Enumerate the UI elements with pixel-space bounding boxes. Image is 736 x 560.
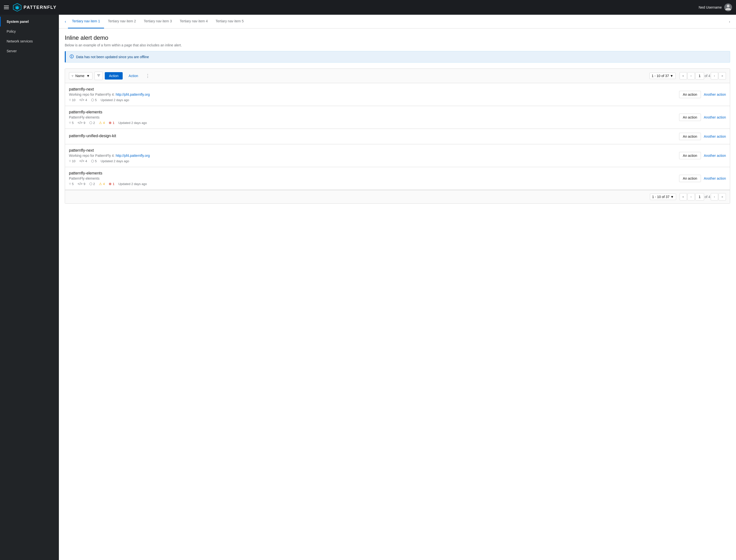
content-area: ‹ Tertiary nav item 1 Tertiary nav item …	[59, 15, 736, 560]
username-label: Ned Username	[699, 5, 722, 9]
fork-icon: ⑂	[69, 98, 71, 102]
stat-code: </> 9	[78, 182, 85, 186]
box-icon: ⬡	[91, 98, 94, 102]
sidebar-item-policy[interactable]: Policy	[0, 27, 59, 36]
sort-icon	[97, 73, 101, 77]
pagination-dropdown-icon: ▼	[670, 74, 673, 78]
item-title: patternfly-elements	[69, 110, 679, 114]
warning-icon: ⚠	[99, 182, 102, 186]
sidebar: System panel Policy Network services Ser…	[0, 15, 59, 560]
pagination-next-button[interactable]: ›	[711, 72, 718, 80]
fork-icon: ⑂	[69, 159, 71, 163]
pagination-page-input-bottom[interactable]	[695, 193, 704, 200]
stat-code: </> 9	[78, 121, 85, 125]
item-updated: Updated 2 days ago	[118, 182, 147, 186]
item-content: patternfly-elements PatternFly elements …	[69, 110, 679, 125]
pagination-next-button-bottom[interactable]: ›	[711, 193, 718, 200]
item-title: patternfly-elements	[69, 171, 679, 175]
tertiary-nav-item-2[interactable]: Tertiary nav item 2	[104, 15, 140, 28]
item-content: patternfly-next Working repo for Pattern…	[69, 87, 679, 102]
pagination-last-button-bottom[interactable]: »	[719, 193, 726, 200]
stat-fork: ⑂ 5	[69, 182, 74, 186]
patternfly-logo-icon	[13, 3, 22, 12]
pagination-count-dropdown-bottom[interactable]: 1 - 10 of 37 ▼	[650, 194, 676, 200]
sidebar-item-system-panel[interactable]: System panel	[0, 17, 59, 27]
main-layout: System panel Policy Network services Ser…	[0, 15, 736, 560]
item-action-button[interactable]: An action	[679, 175, 701, 182]
item-content: patternfly-elements PatternFly elements …	[69, 171, 679, 186]
pagination-nav-bottom: « ‹ of 4 › »	[680, 193, 726, 200]
tertiary-nav-item-3[interactable]: Tertiary nav item 3	[140, 15, 176, 28]
tertiary-nav-item-5[interactable]: Tertiary nav item 5	[212, 15, 248, 28]
stat-fork: ⑂ 5	[69, 121, 74, 125]
tertiary-nav-arrow-left[interactable]: ‹	[65, 19, 66, 24]
pagination-prev-button-bottom[interactable]: ‹	[687, 193, 695, 200]
error-icon: ⊗	[109, 182, 112, 186]
error-icon: ⊗	[109, 121, 112, 125]
toolbar: ▿ Name ▼ Action Action ⋮	[65, 69, 730, 83]
logo-text: PATTERNFLY	[24, 5, 57, 10]
stat-box: ⬡ 2	[89, 121, 95, 125]
filter-button[interactable]: ▿ Name ▼	[69, 72, 93, 80]
inline-alert: ⓘ Data has not been updated since you ar…	[65, 51, 730, 63]
stat-fork: ⑂ 10	[69, 159, 75, 163]
item-link[interactable]: http://pf4.patternfly.org	[116, 93, 150, 96]
item-another-action-link[interactable]: Another action	[704, 133, 726, 140]
sort-button[interactable]	[94, 72, 103, 80]
item-another-action-link[interactable]: Another action	[704, 114, 726, 121]
pagination-last-button[interactable]: »	[719, 72, 726, 80]
filter-icon: ▿	[72, 74, 73, 78]
item-updated: Updated 2 days ago	[101, 98, 129, 102]
item-description: PatternFly elements	[69, 176, 679, 180]
pagination-page-input-top[interactable]	[695, 72, 704, 80]
item-actions: An action Another action	[679, 91, 726, 98]
warning-icon: ⚠	[99, 121, 102, 125]
item-title: patternfly-unified-design-kit	[69, 134, 679, 138]
item-actions: An action Another action	[679, 152, 726, 159]
item-another-action-link[interactable]: Another action	[704, 175, 726, 182]
avatar[interactable]	[724, 3, 732, 11]
pagination-info-bottom: 1 - 10 of 37 ▼	[650, 194, 676, 200]
code-icon: </>	[78, 121, 82, 125]
tertiary-nav-item-4[interactable]: Tertiary nav item 4	[176, 15, 212, 28]
action-primary-button[interactable]: Action	[105, 72, 123, 80]
sidebar-item-network-services[interactable]: Network services	[0, 36, 59, 46]
item-stats: ⑂ 10 </> 4 ⬡ 5 Updated 2 days a	[69, 159, 679, 163]
pagination-first-button-bottom[interactable]: «	[680, 193, 687, 200]
item-action-button[interactable]: An action	[679, 133, 701, 140]
tertiary-nav: ‹ Tertiary nav item 1 Tertiary nav item …	[59, 15, 736, 28]
item-title: patternfly-next	[69, 87, 679, 92]
code-icon: </>	[79, 98, 84, 102]
item-link[interactable]: http://pf4.patternfly.org	[116, 154, 150, 158]
pagination-prev-button[interactable]: ‹	[687, 72, 695, 80]
item-another-action-link[interactable]: Another action	[704, 152, 726, 159]
box-icon: ⬡	[91, 159, 94, 163]
item-action-button[interactable]: An action	[679, 152, 701, 159]
stat-error: ⊗ 1	[109, 182, 114, 186]
pagination-text-top: 1 - 10 of 37	[652, 74, 669, 78]
item-another-action-link[interactable]: Another action	[704, 91, 726, 98]
pagination-dropdown-icon-bottom: ▼	[670, 195, 674, 199]
pagination-of-bottom: of 4	[705, 195, 710, 199]
box-icon: ⬡	[89, 182, 92, 186]
hamburger-menu[interactable]	[4, 6, 9, 9]
box-icon: ⬡	[89, 121, 92, 125]
data-list-container: ▿ Name ▼ Action Action ⋮	[65, 68, 730, 204]
item-stats: ⑂ 5 </> 9 ⬡ 2	[69, 121, 679, 125]
kebab-menu-button[interactable]: ⋮	[144, 72, 151, 80]
sidebar-item-server[interactable]: Server	[0, 46, 59, 56]
tertiary-nav-item-1[interactable]: Tertiary nav item 1	[68, 15, 104, 28]
top-navigation: PATTERNFLY Ned Username	[0, 0, 736, 15]
item-title: patternfly-next	[69, 148, 679, 153]
pagination-nav-top: « ‹ of 4 › »	[680, 72, 726, 80]
pagination-first-button[interactable]: «	[680, 72, 687, 80]
item-action-button[interactable]: An action	[679, 91, 701, 98]
stat-warning: ⚠ 4	[99, 182, 105, 186]
pagination-count-dropdown[interactable]: 1 - 10 of 37 ▼	[649, 73, 676, 79]
item-action-button[interactable]: An action	[679, 114, 701, 121]
page-subtitle: Below is an example of a form within a p…	[65, 43, 730, 47]
action-link-button[interactable]: Action	[125, 72, 142, 79]
tertiary-nav-arrow-right[interactable]: ›	[729, 20, 730, 24]
list-item: patternfly-elements PatternFly elements …	[65, 167, 730, 190]
pagination-text-bottom: 1 - 10 of 37	[652, 195, 669, 199]
